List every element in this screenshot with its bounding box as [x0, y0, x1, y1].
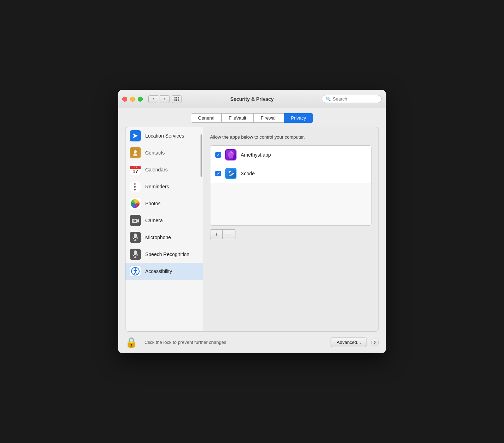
svg-rect-1 [176, 97, 177, 98]
tab-filevault[interactable]: FileVault [222, 113, 254, 123]
remove-app-button[interactable]: − [223, 229, 235, 239]
close-button[interactable] [122, 97, 127, 102]
bottom-bar: 🔒 Click the lock to prevent further chan… [118, 332, 386, 353]
apps-list: ✓ [210, 145, 371, 226]
sidebar-item-reminders[interactable]: Reminders [125, 178, 203, 195]
svg-marker-9 [133, 133, 138, 138]
app-row-amethyst: ✓ [210, 146, 371, 164]
titlebar: ‹ › Security & Privacy 🔍 [118, 90, 386, 108]
forward-button[interactable]: › [160, 95, 170, 103]
tab-firewall[interactable]: Firewall [254, 113, 284, 123]
back-button[interactable]: ‹ [148, 95, 158, 103]
sidebar-label-photos: Photos [145, 201, 161, 206]
amethyst-app-icon [225, 149, 236, 160]
help-button[interactable]: ? [371, 339, 379, 346]
content-panel: Location Services Contacts [125, 127, 379, 332]
xcode-app-icon [225, 168, 236, 179]
svg-marker-17 [137, 219, 139, 223]
svg-rect-21 [134, 250, 137, 255]
tabs-bar: General FileVault Firewall Privacy [118, 108, 386, 127]
nav-buttons: ‹ › [148, 95, 170, 103]
sidebar-label-camera: Camera [145, 218, 163, 223]
tab-general[interactable]: General [191, 113, 222, 123]
traffic-lights [122, 97, 143, 102]
sidebar-item-location-services[interactable]: Location Services [125, 127, 203, 144]
sidebar-item-camera[interactable]: Camera [125, 212, 203, 229]
app-row-xcode: ✓ [210, 164, 371, 183]
main-window: ‹ › Security & Privacy 🔍 General FileV [118, 90, 386, 353]
search-box[interactable]: 🔍 [322, 95, 382, 103]
advanced-button[interactable]: Advanced... [331, 338, 367, 347]
main-content: Location Services Contacts [118, 127, 386, 332]
svg-rect-2 [178, 97, 179, 98]
tab-privacy[interactable]: Privacy [284, 113, 314, 123]
svg-rect-5 [178, 98, 179, 99]
zoom-button[interactable] [138, 97, 143, 102]
right-panel: Allow the apps below to control your com… [203, 127, 379, 331]
xcode-app-name: Xcode [241, 171, 255, 176]
svg-rect-3 [174, 98, 176, 99]
sidebar-item-speech-recognition[interactable]: Speech Recognition [125, 246, 203, 263]
svg-point-12 [133, 153, 137, 156]
checkmark-icon: ✓ [217, 171, 220, 176]
sidebar-label-accessibility: Accessibility [145, 268, 172, 274]
sidebar-label-calendars: Calendars [145, 167, 168, 172]
add-app-button[interactable]: + [210, 229, 223, 239]
empty-area [210, 183, 371, 225]
lock-icon-wrap: 🔒 [125, 336, 137, 348]
svg-rect-7 [176, 100, 177, 101]
calendars-icon: JUL 17 [130, 164, 141, 175]
camera-icon [130, 215, 141, 226]
microphone-icon [130, 232, 141, 243]
sidebar-item-microphone[interactable]: Microphone [125, 229, 203, 246]
svg-rect-29 [226, 169, 236, 178]
reminders-icon [130, 181, 141, 192]
contacts-icon [130, 147, 141, 158]
amethyst-app-name: Amethyst.app [241, 152, 271, 158]
sidebar-item-photos[interactable]: Photos [125, 195, 203, 212]
sidebar: Location Services Contacts [125, 127, 203, 331]
svg-rect-8 [178, 100, 179, 101]
photos-icon [130, 198, 141, 209]
checkmark-icon: ✓ [217, 153, 220, 157]
svg-rect-0 [174, 97, 176, 98]
sidebar-scrollbar[interactable] [200, 127, 203, 331]
minimize-button[interactable] [130, 97, 135, 102]
sidebar-label-speech-recognition: Speech Recognition [145, 251, 189, 257]
sidebar-label-contacts: Contacts [145, 150, 165, 156]
list-controls: + − [210, 229, 371, 239]
xcode-checkbox[interactable]: ✓ [215, 171, 221, 176]
svg-point-24 [135, 268, 136, 270]
amethyst-checkbox[interactable]: ✓ [215, 152, 221, 158]
lock-icon[interactable]: 🔒 [125, 336, 137, 348]
sidebar-label-reminders: Reminders [145, 184, 169, 189]
svg-point-11 [134, 150, 137, 153]
window-title: Security & Privacy [231, 96, 274, 102]
search-icon: 🔍 [326, 97, 331, 102]
svg-point-16 [134, 220, 135, 222]
accessibility-icon [130, 266, 141, 277]
panel-description: Allow the apps below to control your com… [210, 134, 371, 140]
sidebar-item-calendars[interactable]: JUL 17 Calendars [125, 161, 203, 178]
sidebar-label-location-services: Location Services [145, 133, 184, 139]
search-input[interactable] [333, 96, 378, 102]
lock-text: Click the lock to prevent further change… [145, 340, 228, 345]
sidebar-item-contacts[interactable]: Contacts [125, 144, 203, 161]
svg-rect-4 [176, 98, 177, 99]
svg-rect-18 [134, 233, 137, 238]
location-services-icon [130, 130, 141, 141]
grid-button[interactable] [172, 95, 182, 103]
sidebar-item-accessibility[interactable]: Accessibility [125, 263, 203, 280]
svg-rect-6 [174, 100, 176, 101]
speech-recognition-icon [130, 249, 141, 260]
sidebar-scroll-thumb [201, 134, 202, 177]
sidebar-label-microphone: Microphone [145, 235, 171, 240]
